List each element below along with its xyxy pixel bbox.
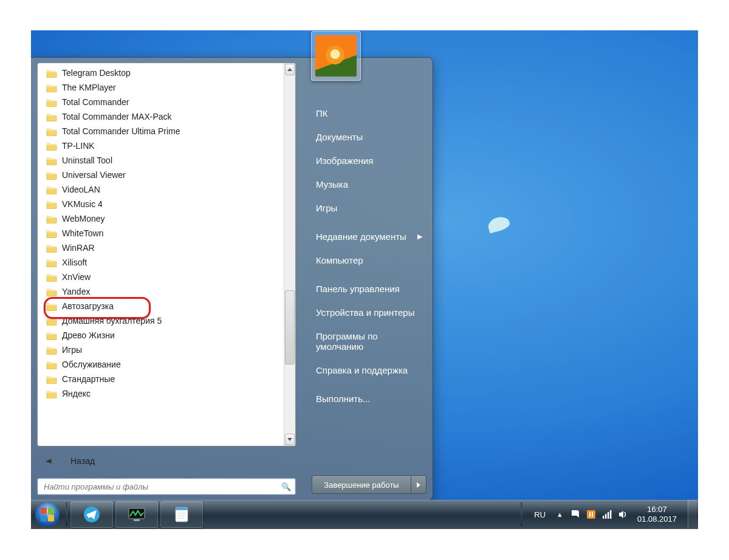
program-folder-item[interactable]: Яндекс (39, 386, 284, 401)
start-menu-right-link[interactable]: ПК (312, 101, 426, 125)
program-folder-item[interactable]: Universal Viewer (39, 168, 284, 182)
program-folder-item[interactable]: Автозагрузка (39, 299, 284, 313)
folder-icon (46, 316, 57, 326)
start-menu-right-link[interactable]: Недавние документы▶ (312, 225, 426, 248)
clock[interactable]: 16:07 01.08.2017 (634, 505, 682, 524)
language-indicator[interactable]: RU (530, 509, 549, 521)
scroll-down-button[interactable] (285, 434, 295, 445)
program-folder-label: Total Commander (62, 97, 129, 107)
folder-icon (46, 287, 57, 296)
tray-app-icon[interactable] (586, 510, 596, 519)
action-center-icon[interactable] (570, 510, 580, 519)
start-menu-left-pane: Telegram Desktop The KMPlayer Total Comm… (37, 63, 296, 495)
network-icon[interactable] (602, 510, 612, 519)
start-button[interactable] (31, 500, 64, 529)
program-folder-item[interactable]: Uninstall Tool (39, 153, 284, 168)
program-folder-item[interactable]: XnView (39, 270, 284, 284)
system-tray: RU ▲ 16:07 01.08.2017 (519, 500, 698, 529)
right-link-label: Музыка (316, 179, 348, 190)
program-folder-label: The KMPlayer (62, 83, 116, 92)
scroll-thumb[interactable] (285, 290, 295, 364)
program-folder-item[interactable]: WebMoney (39, 211, 284, 226)
shutdown-options-button[interactable] (411, 476, 426, 494)
program-folder-item[interactable]: Домашняя бухгалтерия 5 (39, 313, 284, 328)
program-folder-item[interactable]: Xilisoft (39, 255, 284, 270)
svg-rect-15 (610, 510, 612, 519)
programs-scrollbar[interactable] (284, 63, 295, 446)
program-folder-item[interactable]: Обслуживание (39, 357, 284, 372)
program-folder-item[interactable]: VKMusic 4 (39, 197, 284, 211)
right-link-label: Справка и поддержка (316, 365, 408, 375)
program-folder-label: WinRAR (62, 243, 95, 253)
folder-icon (46, 200, 57, 209)
program-folder-item[interactable]: WhiteTown (39, 226, 284, 241)
right-pane-gap (312, 272, 426, 277)
back-label: Назад (70, 456, 95, 466)
program-folder-item[interactable]: TP-LINK (39, 138, 284, 153)
desktop[interactable]: Telegram Desktop The KMPlayer Total Comm… (31, 30, 698, 529)
program-folder-item[interactable]: The KMPlayer (39, 80, 284, 95)
program-folder-label: VideoLAN (62, 185, 100, 194)
show-desktop-button[interactable] (688, 500, 697, 529)
folder-icon (46, 244, 57, 253)
start-menu: Telegram Desktop The KMPlayer Total Comm… (31, 58, 433, 500)
search-box[interactable]: 🔍 (37, 478, 296, 495)
back-arrow-icon: ◀ (46, 457, 51, 464)
shutdown-button[interactable]: Завершение работы (312, 476, 411, 494)
start-menu-right-link[interactable]: Справка и поддержка (312, 358, 426, 382)
start-menu-right-link[interactable]: Панель управления (312, 277, 426, 301)
program-folder-item[interactable]: Древо Жизни (39, 328, 284, 343)
program-folder-label: Домашняя бухгалтерия 5 (62, 316, 162, 326)
folder-icon (46, 229, 57, 238)
right-link-label: Панель управления (316, 284, 400, 294)
scroll-up-button[interactable] (285, 64, 295, 75)
program-folder-item[interactable]: Total Commander Ultima Prime (39, 124, 284, 138)
program-folder-item[interactable]: WinRAR (39, 241, 284, 255)
program-folder-item[interactable]: Total Commander MAX-Pack (39, 109, 284, 124)
taskbar: RU ▲ 16:07 01.08.2017 (31, 500, 698, 529)
start-menu-right-link[interactable]: Компьютер (312, 248, 426, 272)
program-folder-label: Яндекс (62, 389, 91, 398)
taskbar-app-notepad[interactable] (160, 501, 203, 528)
program-folder-item[interactable]: Yandex (39, 284, 284, 299)
start-menu-right-link[interactable]: Документы (312, 125, 426, 149)
folder-icon (46, 171, 57, 180)
decorative-leaf (487, 215, 511, 234)
program-folder-label: Universal Viewer (62, 170, 126, 180)
right-link-label: Программы по умолчанию (316, 331, 422, 352)
search-input[interactable] (37, 478, 296, 495)
right-pane-gap (312, 220, 426, 225)
start-menu-right-link[interactable]: Игры (312, 196, 426, 220)
tray-expand-button[interactable]: ▲ (555, 511, 564, 518)
right-link-label: Изображения (316, 155, 373, 166)
start-menu-right-link[interactable]: Устройства и принтеры (312, 301, 426, 324)
start-menu-right-link[interactable]: Музыка (312, 172, 426, 196)
program-folder-item[interactable]: Игры (39, 343, 284, 357)
program-folder-item[interactable]: Стандартные (39, 372, 284, 386)
taskbar-app-telegram[interactable] (70, 501, 113, 528)
start-menu-right-link[interactable]: Выполнить... (312, 387, 426, 411)
folder-icon (46, 375, 57, 384)
folder-icon (46, 112, 57, 121)
taskbar-app-monitor[interactable] (115, 501, 158, 528)
start-menu-right-link[interactable]: Изображения (312, 149, 426, 172)
right-pane-gap (312, 382, 426, 387)
program-folder-label: Xilisoft (62, 258, 87, 267)
scroll-track[interactable] (285, 76, 295, 433)
program-folder-label: Telegram Desktop (62, 68, 131, 78)
back-button[interactable]: ◀ Назад (37, 449, 296, 473)
folder-icon (46, 69, 57, 78)
program-folder-label: WhiteTown (62, 228, 103, 238)
svg-rect-9 (587, 510, 595, 519)
program-folder-label: Игры (62, 345, 82, 355)
folder-icon (46, 127, 57, 136)
folder-icon (46, 302, 57, 311)
program-folder-item[interactable]: Telegram Desktop (39, 66, 284, 80)
start-menu-right-link[interactable]: Программы по умолчанию (312, 324, 426, 358)
svg-rect-11 (592, 512, 593, 517)
volume-icon[interactable] (618, 510, 628, 519)
svg-point-0 (35, 502, 60, 527)
program-folder-item[interactable]: VideoLAN (39, 182, 284, 197)
folder-icon (46, 185, 57, 194)
program-folder-item[interactable]: Total Commander (39, 95, 284, 109)
